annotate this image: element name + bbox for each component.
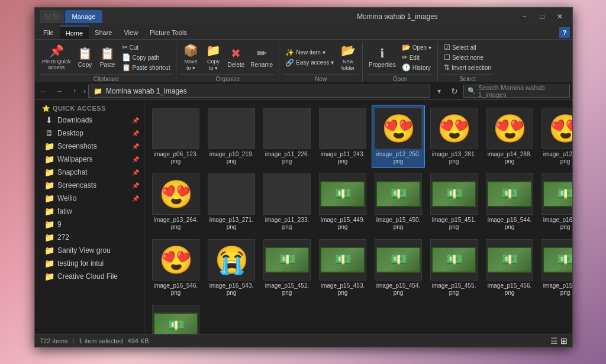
file-item[interactable]: image_p11_233.png bbox=[260, 170, 314, 234]
paste-shortcut-button[interactable]: 📋 Paste shortcut bbox=[120, 63, 173, 72]
address-path[interactable]: 📁 Momina wahab 1_images bbox=[88, 85, 430, 98]
edit-icon: ✏ bbox=[402, 53, 408, 62]
file-name: image_p06_123.png bbox=[152, 151, 199, 165]
paste-button[interactable]: 📋 Paste bbox=[97, 42, 118, 73]
file-thumbnail: 💵 bbox=[486, 239, 533, 281]
file-item[interactable]: 😍 image_p16_546.png bbox=[149, 236, 202, 299]
invert-selection-button[interactable]: ⇅ Invert selection bbox=[441, 63, 494, 72]
sidebar-item-9[interactable]: 📁 9 bbox=[35, 218, 144, 231]
dropdown-button[interactable]: ▾ bbox=[433, 85, 446, 98]
sidebar-item-screencasts[interactable]: 📁 Screencasts 📌 bbox=[35, 179, 144, 192]
file-item[interactable]: 💵 image_p16_545.png bbox=[539, 170, 572, 234]
delete-button[interactable]: ✖ Delete bbox=[225, 42, 247, 73]
open-button[interactable]: 📂 Open ▾ bbox=[399, 43, 434, 52]
sidebar-item-desktop[interactable]: 🖥 Desktop 📌 bbox=[35, 127, 144, 140]
new-group: ✨ New item ▾ 🔗 Easy access ▾ 📂 Newfolder… bbox=[281, 42, 363, 82]
tab-file[interactable]: File bbox=[37, 25, 60, 39]
back-button[interactable]: ← bbox=[37, 85, 50, 98]
quick-access-header: ⭐ Quick access bbox=[35, 102, 144, 114]
close-button[interactable]: ✕ bbox=[552, 11, 568, 22]
move-to-button[interactable]: 📦 Moveto ▾ bbox=[180, 42, 201, 73]
file-item[interactable]: 💵 image_p15_450.png bbox=[372, 170, 425, 234]
file-area[interactable]: image_p06_123.png image_p10_219.png imag… bbox=[144, 100, 572, 334]
file-name: image_p12_250.png bbox=[375, 151, 422, 165]
sidebar-item-snapchat[interactable]: 📁 Snapchat 📌 bbox=[35, 166, 144, 179]
clipboard-label: Clipboard bbox=[40, 74, 172, 82]
tab-share[interactable]: Share bbox=[89, 25, 118, 39]
invert-icon: ⇅ bbox=[444, 63, 450, 72]
item-count: 722 items bbox=[40, 337, 68, 344]
sidebar-item-downloads[interactable]: ⬇ Downloads 📌 bbox=[35, 114, 144, 127]
sidebar-item-creative-cloud[interactable]: 📁 Creative Cloud File bbox=[35, 270, 144, 283]
file-item[interactable]: 💵 image_p15_453.png bbox=[316, 236, 369, 299]
sidebar-item-testing[interactable]: 📁 testing for intui bbox=[35, 257, 144, 270]
help-button[interactable]: ? bbox=[559, 27, 570, 38]
new-item-button[interactable]: ✨ New item ▾ bbox=[283, 48, 336, 57]
copy-path-button[interactable]: 📄 Copy path bbox=[120, 53, 173, 62]
sidebar-item-sanity[interactable]: 📁 Sanity View grou bbox=[35, 244, 144, 257]
properties-button[interactable]: ℹ Properties bbox=[366, 42, 398, 73]
tab-1[interactable]: ⬛ ⬛ bbox=[40, 10, 64, 23]
thumbnail-view-button[interactable]: ⊞ bbox=[560, 336, 568, 346]
file-item[interactable]: image_p10_219.png bbox=[205, 105, 258, 168]
history-button[interactable]: 🕐 History bbox=[399, 63, 434, 72]
pin-to-quick-access-button[interactable]: 📌 Pin to Quickaccess bbox=[40, 42, 73, 73]
copy-to-button[interactable]: 📁 Copyto ▾ bbox=[202, 42, 224, 73]
search-box[interactable]: 🔍 Search Momina wahab 1_images bbox=[463, 85, 570, 98]
copy-button[interactable]: 📋 Copy bbox=[75, 42, 96, 73]
tab-home[interactable]: Home bbox=[60, 25, 89, 39]
tab-picture-tools[interactable]: Picture Tools bbox=[144, 25, 193, 39]
maximize-button[interactable]: □ bbox=[534, 11, 550, 22]
select-all-button[interactable]: ☑ Select all bbox=[441, 43, 494, 52]
tab-manage[interactable]: Manage bbox=[65, 10, 103, 23]
file-thumbnail: 😍 bbox=[486, 108, 533, 149]
file-item-selected[interactable]: 😍 image_p12_250.png bbox=[372, 105, 425, 168]
tab-view[interactable]: View bbox=[118, 25, 144, 39]
file-item[interactable]: 😍 image_p13_264.png bbox=[149, 170, 202, 234]
file-thumbnail: 💵 bbox=[430, 239, 478, 281]
sidebar-item-272[interactable]: 📁 272 bbox=[35, 231, 144, 244]
file-item[interactable]: image_p13_271.png bbox=[205, 170, 258, 234]
file-item[interactable]: image_p11_226.png bbox=[260, 105, 314, 168]
clipboard-group: 📌 Pin to Quickaccess 📋 Copy 📋 Paste ✂ bbox=[37, 42, 176, 82]
file-item[interactable]: 💵 image_p15_452.png bbox=[260, 236, 314, 299]
file-name: image_p16_545.png bbox=[541, 217, 572, 231]
file-item[interactable]: 💵 image_p15_457.png bbox=[539, 236, 572, 299]
file-item[interactable]: 💵 image_p15_454.png bbox=[372, 236, 425, 299]
file-item[interactable]: 😍 image_p12_257.png bbox=[539, 105, 572, 168]
sidebar-item-wellio[interactable]: 📁 Wellio 📌 bbox=[35, 192, 144, 205]
cut-button[interactable]: ✂ Cut bbox=[120, 43, 173, 52]
file-item[interactable]: image_p06_123.png bbox=[149, 105, 202, 168]
organize-label: Organize bbox=[180, 74, 275, 82]
sidebar-item-fatiw[interactable]: 📁 fatiw bbox=[35, 205, 144, 218]
file-item[interactable]: 💵 image_p16_544.png bbox=[483, 170, 536, 234]
minimize-button[interactable]: − bbox=[517, 11, 532, 22]
edit-button[interactable]: ✏ Edit bbox=[399, 53, 434, 62]
file-name: image_p14_288.png bbox=[486, 151, 533, 165]
up-button[interactable]: ↑ bbox=[68, 85, 81, 98]
file-item[interactable]: 💵 image_p15_449.png bbox=[316, 170, 369, 234]
file-item[interactable]: 😍 image_p14_288.png bbox=[483, 105, 536, 168]
refresh-button[interactable]: ↻ bbox=[448, 85, 461, 98]
file-item[interactable]: 💵 image_p15_455.png bbox=[427, 236, 481, 299]
new-label: New bbox=[283, 74, 359, 82]
select-buttons: ☑ Select all ☐ Select none ⇅ Invert sele… bbox=[441, 42, 494, 73]
forward-button[interactable]: → bbox=[53, 85, 66, 98]
file-name: image_p13_264.png bbox=[152, 217, 199, 231]
new-folder-button[interactable]: 📂 Newfolder bbox=[337, 42, 359, 73]
rename-button[interactable]: ✏ Rename bbox=[248, 42, 275, 73]
pin-icon: 📌 bbox=[49, 44, 64, 58]
select-none-button[interactable]: ☐ Select none bbox=[441, 53, 494, 62]
file-item[interactable]: 💵 image_p... bbox=[149, 302, 202, 334]
file-item[interactable]: 💵 image_p15_451.png bbox=[427, 170, 481, 234]
sidebar-item-screenshots[interactable]: 📁 Screenshots 📌 bbox=[35, 140, 144, 153]
file-thumbnail bbox=[319, 108, 366, 149]
sidebar-item-wallpapers[interactable]: 📁 Wallpapers 📌 bbox=[35, 153, 144, 166]
easy-access-button[interactable]: 🔗 Easy access ▾ bbox=[283, 58, 336, 67]
file-item[interactable]: image_p11_243.png bbox=[316, 105, 369, 168]
file-thumbnail bbox=[208, 108, 255, 149]
file-item[interactable]: 😍 image_p13_281.png bbox=[427, 105, 481, 168]
details-view-button[interactable]: ☰ bbox=[550, 336, 558, 346]
file-item[interactable]: 😭 image_p16_543.png bbox=[205, 236, 258, 299]
file-item[interactable]: 💵 image_p15_456.png bbox=[483, 236, 536, 299]
